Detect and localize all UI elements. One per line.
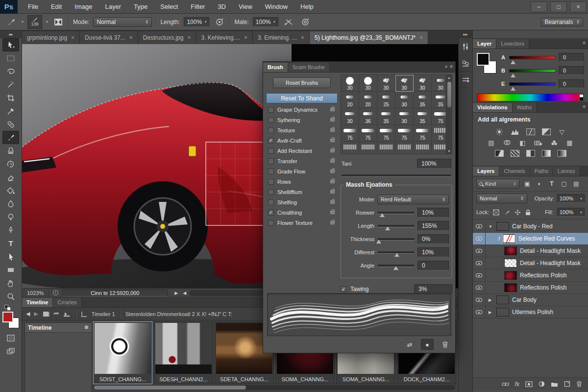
brush-preset-cell[interactable]: 30 — [395, 92, 414, 108]
brush-preset-picker[interactable]: 139 — [27, 15, 42, 29]
frame-back-icon[interactable]: ◀ — [26, 311, 30, 317]
blur-tool[interactable] — [2, 197, 19, 210]
brush-option-row[interactable]: Avdr-Craft — [266, 135, 338, 146]
timeline-mini-panel[interactable]: Timeline ✲ — [24, 322, 92, 392]
brush-preset-cell[interactable]: 30 — [395, 108, 414, 125]
layer-visibility-toggle[interactable] — [473, 306, 486, 318]
dock-header[interactable]: ▸▸ — [459, 30, 472, 38]
maximize-button[interactable]: □ — [550, 1, 567, 12]
collapse-panel-icon[interactable]: » — [445, 64, 448, 69]
vislolations-tab[interactable]: Vislolations — [473, 103, 513, 112]
layer-visibility-toggle[interactable] — [473, 220, 486, 232]
invert-adjustment-icon[interactable] — [494, 149, 504, 157]
brush-panel[interactable]: Brush Scam Brushe » ≡ Roset Brushs Reset… — [263, 61, 456, 353]
layer-thumbnail[interactable] — [503, 234, 515, 243]
option-checkbox[interactable] — [268, 189, 274, 195]
lock-icon[interactable] — [330, 118, 335, 122]
paint-bucket-tool[interactable] — [2, 184, 19, 197]
tani-value[interactable]: 100% — [417, 159, 451, 169]
option-checkbox[interactable] — [268, 179, 274, 185]
brush-option-row[interactable]: Rows — [266, 176, 338, 187]
layers-panel-tab[interactable]: Layers — [473, 167, 499, 176]
add-mask-icon[interactable] — [525, 381, 533, 387]
brush-preset-cell[interactable]: 25 — [377, 92, 395, 108]
slider-thumb[interactable] — [385, 226, 390, 230]
quick-mask-icon[interactable] — [2, 331, 19, 344]
slider-track[interactable] — [377, 251, 415, 253]
lock-icon[interactable] — [330, 211, 335, 214]
brush-preset-cell[interactable]: 75 — [414, 125, 432, 142]
moder-select[interactable]: Rerd Refault⇕ — [377, 195, 449, 204]
brush-option-row[interactable]: Grade Flow — [266, 166, 338, 176]
brush-preset-cell[interactable] — [341, 142, 359, 154]
brush-preset-cell[interactable] — [359, 142, 377, 154]
brush-preset-cell[interactable]: 75 — [377, 125, 395, 142]
fill-value[interactable]: 100%▾ — [557, 208, 585, 217]
slider-track[interactable] — [377, 238, 415, 240]
photo-filter-adjustment-icon[interactable] — [534, 139, 543, 147]
new-brush-icon[interactable]: ● — [421, 339, 434, 350]
option-checkbox[interactable] — [268, 107, 274, 113]
male-value[interactable]: 100%▾ — [253, 17, 278, 27]
layer-name[interactable]: Reflections Polish — [520, 272, 566, 279]
default-colors-icon[interactable] — [3, 304, 18, 310]
layers-flatten-icon[interactable] — [63, 311, 71, 317]
color-slider-thumb[interactable] — [511, 74, 515, 77]
slider-value[interactable]: 10% — [417, 247, 449, 257]
waths-tab[interactable]: Waths — [513, 103, 537, 112]
brush-preset-cell[interactable] — [395, 142, 414, 154]
option-checkbox[interactable] — [268, 158, 274, 164]
menu-item[interactable]: Help — [294, 0, 320, 13]
menu-item[interactable]: Filter — [184, 0, 211, 13]
crossed-brush-icon[interactable] — [282, 16, 295, 28]
brush-preset-cell[interactable]: 20 — [341, 92, 359, 108]
color-lookup-adjustment-icon[interactable]: ▦ — [565, 139, 575, 147]
brush-option-row[interactable]: Flower Texture — [266, 218, 338, 228]
option-checkbox[interactable] — [268, 127, 274, 133]
layer-thumbnail[interactable] — [496, 295, 509, 304]
layers-panel-tab[interactable]: Chamels — [499, 167, 530, 176]
reset-brushes-button[interactable]: Roset Brushs — [273, 77, 331, 88]
filmstrip-item[interactable]: SDIST_CHANNG... — [93, 321, 152, 384]
menu-item[interactable]: Type — [127, 0, 154, 13]
pressure-icon[interactable] — [299, 16, 312, 28]
filmstrip-thumbnail[interactable] — [155, 323, 212, 374]
brush-tool[interactable] — [2, 131, 19, 144]
menu-item[interactable]: Window — [259, 0, 294, 13]
brush-preset-cell[interactable]: 75 — [359, 125, 377, 142]
hue-sat-adjustment-icon[interactable]: ▤ — [487, 139, 496, 147]
slider-value[interactable]: 10% — [417, 208, 449, 218]
slider-value[interactable]: 155% — [417, 221, 449, 231]
brush-preset-cell[interactable]: 30 — [359, 75, 377, 92]
panel-menu-icon[interactable]: ≡ — [450, 64, 453, 69]
timeline-tab[interactable]: Crrarles — [53, 298, 81, 307]
length-value[interactable]: 100%▾ — [184, 17, 209, 27]
layer-visibility-toggle[interactable] — [473, 245, 486, 257]
brush-preset-cell[interactable]: 36 — [359, 108, 377, 125]
adjustments-menu-icon[interactable]: ≡ — [583, 104, 586, 109]
filmstrip-item[interactable]: SDESH_CHANN2... — [154, 321, 213, 384]
tawing-checkbox[interactable] — [341, 286, 346, 292]
threshold-adjustment-icon[interactable] — [526, 149, 536, 157]
close-tab-icon[interactable]: × — [129, 34, 133, 41]
brush-preset-cell[interactable]: 30 — [377, 75, 395, 92]
mini-panel-menu-icon[interactable]: ✲ — [84, 324, 89, 331]
kind-filter-select[interactable]: Kind ⇕ — [476, 179, 519, 189]
lock-icon[interactable] — [330, 159, 335, 163]
brightness-adjustment-icon[interactable] — [494, 128, 504, 136]
menu-item[interactable]: Edit — [45, 0, 68, 13]
flip-preview-icon[interactable]: ⇄ — [403, 339, 416, 350]
filter-type-layers-icon[interactable]: T — [547, 179, 556, 188]
lock-icon[interactable] — [330, 139, 335, 142]
eyedropper-tool[interactable] — [2, 104, 19, 118]
lock-position-icon[interactable] — [514, 209, 521, 216]
layer-visibility-toggle[interactable] — [473, 257, 486, 269]
mixer-panel-icon[interactable] — [460, 38, 471, 55]
layer-name[interactable]: Car Body - Red — [512, 223, 553, 230]
layer-name[interactable]: Selective Red Curves — [518, 235, 575, 242]
slider-value[interactable]: 0% — [417, 234, 449, 244]
layer-visibility-toggle[interactable] — [473, 294, 486, 306]
close-tab-icon[interactable]: × — [244, 34, 247, 41]
marquee-tool[interactable] — [2, 51, 19, 65]
color-swatches[interactable] — [2, 312, 19, 328]
